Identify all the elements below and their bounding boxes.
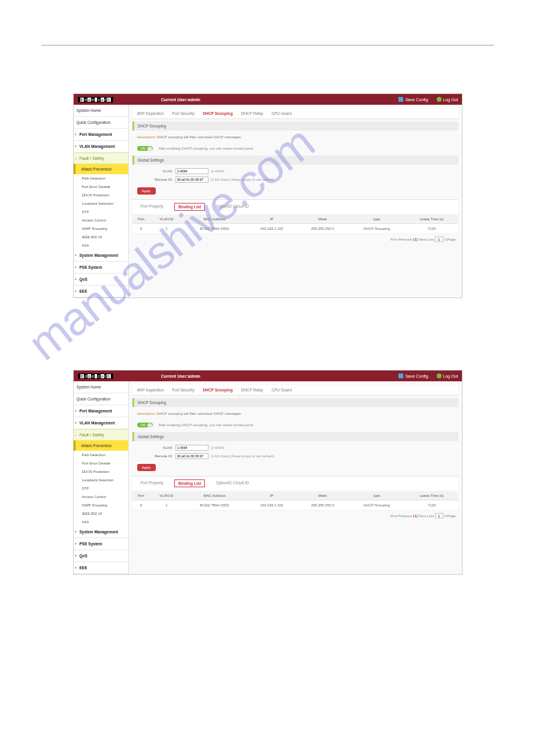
subtab-port-property[interactable]: Port Property <box>137 479 167 487</box>
enable-toggle[interactable]: ON <box>137 146 153 151</box>
sidebar-subitem[interactable]: DDOS Protection <box>74 467 128 476</box>
sidebar-item-eee[interactable]: EEE <box>74 562 128 574</box>
subtab-option82-circuit-id[interactable]: Option82 Circuit ID <box>212 479 252 487</box>
save-config-button[interactable]: Save Config <box>398 97 428 102</box>
sidebar-subitem[interactable]: AAA <box>74 518 128 526</box>
sidebar-item-quick-config[interactable]: Quick Configuration <box>74 117 128 129</box>
sidebar-item-pse-system[interactable]: PSE System <box>74 262 128 274</box>
apply-button[interactable]: Apply <box>137 464 156 471</box>
subtab-binding-list[interactable]: Binding List <box>174 203 205 211</box>
sidebar-item-qos[interactable]: QoS <box>74 550 128 562</box>
section-dhcp-snooping: DHCP Snooping <box>132 122 458 130</box>
sidebar-item-system-home[interactable]: System Home <box>74 381 128 393</box>
tab-dhcp-relay[interactable]: DHCP Relay <box>241 111 263 116</box>
sidebar-subitem[interactable]: Port Error Disable <box>74 183 128 191</box>
sidebar-subitem[interactable]: Path Detection <box>74 451 128 459</box>
apply-button[interactable]: Apply <box>137 187 156 195</box>
toggle-hint: After enabling DHCP snooping, you can se… <box>159 147 253 150</box>
remote-id-input[interactable] <box>176 453 208 459</box>
subtab-option82-circuit-id[interactable]: Option82 Circuit ID <box>212 203 252 211</box>
sidebar-item-fault-safety[interactable]: Fault / Safety <box>74 153 128 164</box>
pager-current: [1] <box>413 514 418 518</box>
sidebar-subitem[interactable]: IGMP Snooping <box>74 501 128 509</box>
tab-cpu-guard[interactable]: CPU Guard <box>271 111 292 116</box>
tab-port-security[interactable]: Port Security <box>172 388 194 392</box>
vlan-input[interactable] <box>176 445 208 451</box>
logout-label: Log Out <box>443 98 458 102</box>
logo-seg: E <box>107 374 111 378</box>
sidebar-subitem[interactable]: AAA <box>74 241 128 250</box>
sidebar-item-system-home[interactable]: System Home <box>74 105 128 117</box>
pager-first[interactable]: First <box>390 514 397 518</box>
toggle-hint: After enabling DHCP snooping, you can se… <box>159 423 253 427</box>
logout-button[interactable]: Log Out <box>437 97 458 102</box>
subtab-binding-list[interactable]: Binding List <box>174 479 205 487</box>
table-header: type <box>348 491 406 500</box>
cell-port[interactable]: 5 <box>132 224 150 234</box>
pager-last[interactable]: Last <box>427 514 434 518</box>
sidebar-subitem[interactable]: Loopback Detection <box>74 476 128 484</box>
sidebar-item-fault-safety[interactable]: Fault / Safety <box>74 429 128 441</box>
remote-id-input[interactable] <box>176 177 208 183</box>
save-config-label: Save Config <box>405 98 428 102</box>
table-header: Port <box>132 215 150 224</box>
tab-cpu-guard[interactable]: CPU Guard <box>271 388 292 392</box>
sidebar-item-vlan-management[interactable]: VLAN Management <box>74 417 128 429</box>
remote-id-label: Remote ID: <box>137 454 173 458</box>
tab-dhcp-snooping[interactable]: DHCP Snooping <box>202 388 232 392</box>
sidebar-item-qos[interactable]: QoS <box>74 274 128 286</box>
sidebar-subitem[interactable]: STP <box>74 208 128 216</box>
sidebar-subitem[interactable]: IEEE 802.1X <box>74 509 128 518</box>
pager-next[interactable]: Next <box>419 514 426 518</box>
pager-last[interactable]: Last <box>427 238 434 241</box>
tab-dhcp-snooping[interactable]: DHCP Snooping <box>202 111 232 116</box>
sidebar-item-pse-system[interactable]: PSE System <box>74 538 128 550</box>
cell-ip: 192.168.1.102 <box>246 224 297 234</box>
cell-port[interactable]: 5 <box>132 500 150 511</box>
tab-arp-inspection[interactable]: ARP Inspection <box>137 388 164 392</box>
table-header: MAC Address <box>183 215 246 224</box>
sidebar-subitem[interactable]: IGMP Snooping <box>74 224 128 233</box>
save-config-button[interactable]: Save Config <box>398 374 428 378</box>
sidebar-item-eee[interactable]: EEE <box>74 286 128 297</box>
sidebar-item-attack-prevention[interactable]: Attack Prevention <box>74 164 128 174</box>
sidebar-item-port-management[interactable]: Port Management <box>74 129 128 141</box>
sidebar-subitem[interactable]: Path Detection <box>74 174 128 183</box>
vlan-input[interactable] <box>176 168 208 174</box>
sidebar-subitem[interactable]: DDOS Protection <box>74 191 128 199</box>
tab-dhcp-relay[interactable]: DHCP Relay <box>241 388 263 392</box>
sidebar-item-system-management[interactable]: System Management <box>74 250 128 262</box>
sidebar-item-attack-prevention[interactable]: Attack Prevention <box>74 441 128 451</box>
tab-port-security[interactable]: Port Security <box>172 111 194 116</box>
binding-table: PortVLAN IDMAC AddressIPMasktypeLease Ti… <box>132 491 458 511</box>
sidebar-item-quick-config[interactable]: Quick Configuration <box>74 393 128 405</box>
cell-lease: 7120 <box>406 500 458 511</box>
sidebar-subitem[interactable]: Loopback Detection <box>74 199 128 208</box>
cell-type: DHCP Snooping <box>348 500 406 511</box>
sidebar-subitem[interactable]: Access Control <box>74 493 128 501</box>
sidebar-item-system-management[interactable]: System Management <box>74 526 128 538</box>
tab-arp-inspection[interactable]: ARP Inspection <box>137 111 164 116</box>
subtab-bar: Port PropertyBinding ListOption82 Circui… <box>132 476 458 490</box>
sidebar-item-vlan-management[interactable]: VLAN Management <box>74 141 128 153</box>
cell-type: DHCP Snooping <box>348 224 406 234</box>
pager-prev[interactable]: Previous <box>398 238 412 241</box>
pager-next[interactable]: Next <box>419 238 426 241</box>
main-panel: ARP InspectionPort SecurityDHCP Snooping… <box>129 105 462 297</box>
sidebar-subitem[interactable]: STP <box>74 484 128 493</box>
pager-first[interactable]: First <box>390 238 397 241</box>
pager-prev[interactable]: Previous <box>398 514 412 518</box>
pager-input[interactable] <box>435 236 443 242</box>
page-divider <box>41 45 494 45</box>
sidebar-subitem[interactable]: IEEE 802.1X <box>74 233 128 241</box>
pager-input[interactable] <box>435 513 443 518</box>
app-window: Edge-corE Current User:admin Save Config… <box>73 370 463 575</box>
subtab-port-property[interactable]: Port Property <box>137 203 167 211</box>
sidebar-subitem[interactable]: Port Error Disable <box>74 459 128 467</box>
logout-button[interactable]: Log Out <box>437 374 458 378</box>
topbar: Edge-corE Current User:admin Save Config… <box>74 371 462 381</box>
description-label: Description: <box>137 135 156 139</box>
sidebar-item-port-management[interactable]: Port Management <box>74 405 128 417</box>
sidebar-subitem[interactable]: Access Control <box>74 216 128 224</box>
enable-toggle[interactable]: ON <box>137 423 153 427</box>
